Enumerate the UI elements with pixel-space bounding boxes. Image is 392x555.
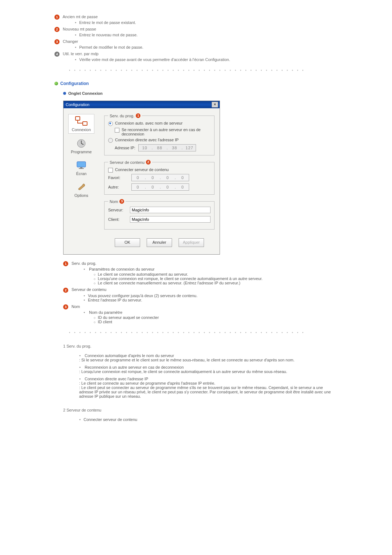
network-icon bbox=[75, 116, 87, 126]
explain-bullet: Paramètres de connexion du serveur Le cl… bbox=[83, 267, 338, 285]
configuration-dialog: Configuration × Connexion bbox=[63, 101, 220, 255]
client-name-input[interactable] bbox=[130, 216, 211, 223]
sidebar-item-label: Programme bbox=[71, 150, 91, 154]
note-serveur-contenu: 2 Serveur de contenu Connecter serveur d… bbox=[63, 408, 338, 422]
note-item: Reconnexion à un autre serveur en cas de… bbox=[79, 365, 338, 374]
note-heading: 1 Serv. du prog. bbox=[63, 344, 338, 348]
sidebar-item-label: Connexion bbox=[72, 127, 91, 132]
item-desc: Vérifie votre mot de passe avant de vous… bbox=[75, 57, 338, 62]
server-name-input[interactable] bbox=[130, 207, 211, 213]
brush-icon bbox=[76, 182, 87, 192]
explanation-list: 1 Serv. du prog. Paramètres de connexion… bbox=[63, 261, 338, 324]
radio-label: Connexion auto. avec nom de serveur bbox=[115, 121, 183, 125]
note-serv-prog: 1 Serv. du prog. Connexion automatique d… bbox=[63, 344, 338, 398]
radio-icon bbox=[108, 121, 113, 126]
ok-button[interactable]: OK bbox=[115, 238, 140, 247]
item-desc: Permet de modifier le mot de passe. bbox=[75, 45, 338, 49]
dialog-sidebar: Connexion Programme bbox=[64, 108, 99, 254]
group-serveur-contenu: Serveur de contenu 2 Connecter serveur d… bbox=[104, 160, 215, 195]
autre-row: Autre: 0. 0. 0. 0 bbox=[108, 183, 211, 191]
svg-rect-3 bbox=[77, 162, 86, 167]
dialog-panel: Serv. du prog. 1 Connexion auto. avec no… bbox=[99, 108, 220, 254]
explain-circle: Lorsqu'une connexion est rompue, le clie… bbox=[94, 276, 338, 281]
checkbox-reconnect[interactable]: Se reconnecter à un autre serveur en cas… bbox=[108, 127, 211, 136]
radio-icon bbox=[108, 138, 113, 143]
legend-bubble-1: 1 bbox=[136, 113, 140, 118]
ip-address-row: Adresse IP: 10. 88. 38. 127 bbox=[108, 144, 211, 151]
group-legend: Nom 3 bbox=[108, 199, 126, 204]
bubble-3: 3 bbox=[63, 304, 68, 309]
checkbox-label: Se reconnecter à un autre serveur en cas… bbox=[122, 127, 211, 136]
sidebar-item-programme[interactable]: Programme bbox=[69, 137, 94, 155]
ip-input-autre[interactable]: 0. 0. 0. 0 bbox=[131, 183, 189, 191]
favori-label: Favori: bbox=[108, 175, 128, 180]
svg-rect-5 bbox=[79, 168, 84, 169]
bubble-3: 3 bbox=[54, 39, 60, 44]
ip-input[interactable]: 10. 88. 38. 127 bbox=[138, 144, 196, 151]
blue-bullet-icon bbox=[63, 92, 66, 95]
close-button[interactable]: × bbox=[212, 102, 218, 108]
window-title: Configuration bbox=[66, 102, 89, 107]
legend-bubble-3: 3 bbox=[119, 199, 124, 204]
cancel-button[interactable]: Annuler bbox=[147, 238, 172, 247]
bubble-1: 1 bbox=[54, 15, 60, 20]
client-label: Client: bbox=[108, 217, 130, 222]
explain-title: Serv. du prog. bbox=[72, 261, 96, 266]
group-legend: Serv. du prog. 1 bbox=[108, 113, 142, 118]
group-serv-prog: Serv. du prog. 1 Connexion auto. avec no… bbox=[104, 113, 215, 155]
explain-bullet: Nom du paramètre ID du serveur auquel se… bbox=[83, 310, 338, 324]
svg-rect-1 bbox=[83, 122, 87, 125]
client-name-row: Client: bbox=[108, 216, 211, 223]
bubble-4: 4 bbox=[54, 52, 60, 57]
password-settings-list: 1 Ancien mt de passe Entrez le mot de pa… bbox=[54, 15, 338, 62]
checkbox-icon bbox=[108, 168, 113, 173]
explain-title: Nom bbox=[72, 304, 80, 309]
radio-auto[interactable]: Connexion auto. avec nom de serveur bbox=[108, 121, 211, 126]
ip-input-favori[interactable]: 0. 0. 0. 0 bbox=[131, 174, 189, 181]
item-desc: Entrez le nouveau mot de passe. bbox=[75, 33, 338, 37]
separator: • • • • • • • • • • • • • • • • • • • • … bbox=[69, 331, 338, 335]
titlebar: Configuration × bbox=[64, 101, 220, 108]
group-legend: Serveur de contenu 2 bbox=[108, 160, 152, 165]
item-title: Util. le verr. par mdp bbox=[63, 52, 98, 56]
note-heading: 2 Serveur de contenu bbox=[63, 408, 338, 412]
svg-rect-0 bbox=[75, 117, 80, 120]
apply-button[interactable]: Appliquer bbox=[179, 238, 204, 247]
server-label: Serveur: bbox=[108, 208, 130, 212]
subsection-title: Onglet Connexion bbox=[68, 91, 103, 96]
sidebar-item-label: Écran bbox=[76, 171, 87, 176]
checkbox-label: Connecter serveur de contenu bbox=[115, 167, 169, 172]
checkbox-connect-content[interactable]: Connecter serveur de contenu bbox=[108, 167, 211, 173]
bubble-1: 1 bbox=[63, 261, 68, 266]
radio-label: Connexion directe avec l'adresse IP bbox=[115, 138, 179, 142]
green-bullet-icon bbox=[54, 82, 58, 85]
explain-circle: Le client se connecte manuellement au se… bbox=[94, 281, 338, 285]
section-title: Configuration bbox=[60, 81, 89, 86]
explain-bullet: Entrez l'adresse IP du serveur. bbox=[83, 298, 338, 302]
explain-circle: ID du serveur auquel se connecter bbox=[94, 315, 338, 320]
note-item: Connexion automatique d'après le nom du … bbox=[79, 353, 338, 362]
monitor-icon bbox=[76, 161, 87, 170]
checkbox-icon bbox=[115, 128, 119, 133]
sidebar-item-ecran[interactable]: Écran bbox=[69, 159, 94, 177]
sidebar-item-label: Options bbox=[74, 193, 88, 198]
explain-bullet: Vous pouvez configurer jusqu'à deux (2) … bbox=[83, 293, 338, 298]
section-heading: Configuration bbox=[54, 81, 338, 86]
group-nom: Nom 3 Serveur: Client: bbox=[104, 199, 215, 230]
item-title: Ancien mt de passe bbox=[62, 15, 98, 19]
clock-icon bbox=[76, 139, 87, 148]
favori-row: Favori: 0. 0. 0. 0 bbox=[108, 174, 211, 181]
dialog-buttons: OK Annuler Appliquer bbox=[104, 234, 215, 248]
page: 1 Ancien mt de passe Entrez le mot de pa… bbox=[33, 0, 359, 439]
bubble-2: 2 bbox=[63, 288, 68, 293]
explain-circle: ID client bbox=[94, 320, 338, 324]
separator: • • • • • • • • • • • • • • • • • • • • … bbox=[69, 68, 338, 72]
radio-direct[interactable]: Connexion directe avec l'adresse IP bbox=[108, 138, 211, 143]
server-name-row: Serveur: bbox=[108, 207, 211, 213]
explain-title: Serveur de contenu bbox=[72, 287, 106, 292]
autre-label: Autre: bbox=[108, 185, 128, 189]
sidebar-item-connexion[interactable]: Connexion bbox=[68, 114, 94, 134]
item-desc: Entrez le mot de passe existant. bbox=[75, 20, 338, 25]
subsection-heading: Onglet Connexion bbox=[63, 91, 338, 96]
sidebar-item-options[interactable]: Options bbox=[69, 181, 94, 199]
